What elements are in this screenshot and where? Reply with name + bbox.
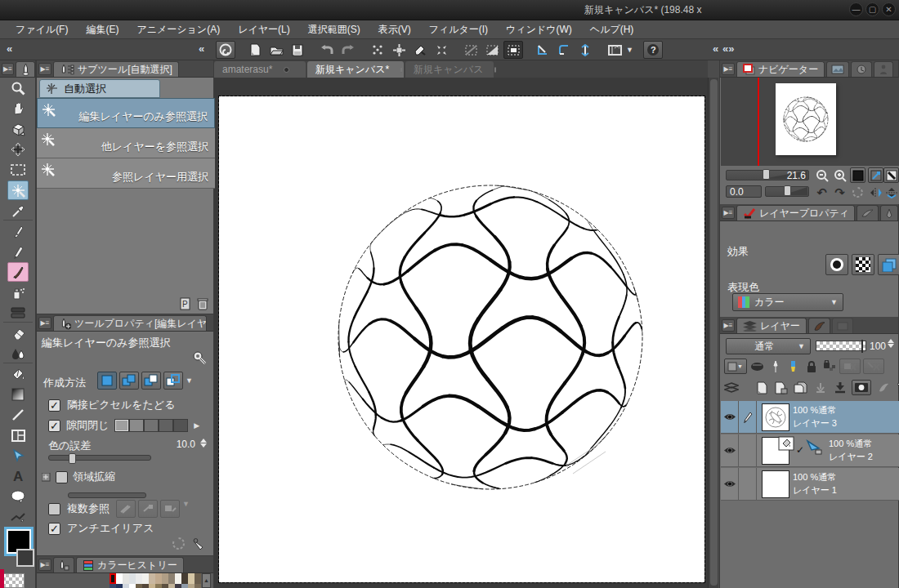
operation-tool[interactable] bbox=[7, 119, 29, 139]
balloon-tool[interactable] bbox=[7, 487, 29, 506]
layer-visibility-toggle[interactable] bbox=[721, 401, 739, 433]
canvas-vertical-scrollbar[interactable] bbox=[708, 78, 718, 588]
zoom-out-icon[interactable] bbox=[814, 167, 830, 183]
nav-zoom-slider[interactable]: 21.6 bbox=[726, 170, 809, 180]
quick-access-tab[interactable] bbox=[851, 61, 872, 77]
layerprop-tab[interactable]: レイヤープロパティ bbox=[736, 205, 855, 220]
flip-vertical-icon[interactable] bbox=[883, 185, 899, 200]
close-button[interactable]: ✕ bbox=[882, 2, 896, 16]
navigator-tab[interactable]: ナビゲーター bbox=[736, 61, 825, 77]
undo-icon[interactable] bbox=[317, 41, 337, 59]
color-swatch[interactable] bbox=[110, 584, 116, 588]
gap-close-levels[interactable] bbox=[114, 419, 188, 432]
draft-layer-icon[interactable] bbox=[749, 359, 765, 374]
auto-select-tool[interactable] bbox=[7, 180, 29, 200]
marquee-tool[interactable] bbox=[7, 160, 29, 180]
transform-icon[interactable] bbox=[432, 41, 451, 59]
layer-panel-menu-icon[interactable]: ▶≡ bbox=[722, 319, 735, 332]
ref-folder-icon[interactable] bbox=[160, 500, 180, 518]
reset-defaults-icon[interactable] bbox=[172, 537, 186, 550]
vector-width-icon[interactable] bbox=[575, 41, 595, 59]
object-tool[interactable] bbox=[7, 446, 29, 466]
actual-size-icon[interactable] bbox=[883, 167, 899, 183]
color-swatch[interactable] bbox=[149, 573, 155, 584]
multi-ref-dropdown-icon[interactable]: ▼ bbox=[182, 500, 190, 518]
color-swatch[interactable] bbox=[162, 584, 168, 588]
color-swatch[interactable] bbox=[123, 584, 129, 588]
move-layer-tool[interactable] bbox=[7, 140, 29, 159]
apply-mask-icon[interactable] bbox=[875, 380, 891, 395]
marker-pen-icon[interactable] bbox=[785, 359, 801, 374]
redo-icon[interactable] bbox=[338, 41, 358, 59]
workspace-layout-icon[interactable] bbox=[605, 41, 624, 59]
new-selection-button[interactable] bbox=[97, 372, 117, 390]
gap-level-4[interactable] bbox=[173, 419, 188, 432]
clip-at-layer-icon[interactable] bbox=[839, 359, 861, 374]
merge-down-icon[interactable] bbox=[832, 380, 848, 395]
color-margin-stepper[interactable] bbox=[200, 439, 207, 448]
subtool-item-0[interactable]: 編集レイヤーのみ参照選択 bbox=[37, 98, 215, 128]
toolprop-panel-tab[interactable]: ツールプロパティ[編集レイヤーのみ bbox=[53, 315, 207, 331]
pin-icon[interactable] bbox=[767, 359, 783, 374]
opacity-slider[interactable] bbox=[816, 341, 866, 351]
color-set-tab[interactable] bbox=[53, 557, 74, 572]
subtool-item-2[interactable]: 参照レイヤー用選択 bbox=[37, 158, 215, 189]
brush-detail-tab[interactable] bbox=[857, 205, 879, 220]
layer-row-0[interactable]: 100 %通常レイヤー 3 bbox=[721, 401, 899, 434]
navigator-preview[interactable] bbox=[721, 78, 899, 166]
selection-area-dropdown[interactable]: ▼ bbox=[724, 359, 747, 374]
menu-item-edit[interactable]: 編集(E) bbox=[77, 20, 127, 39]
eyedropper-tool[interactable] bbox=[7, 201, 29, 220]
color-swatch[interactable] bbox=[168, 573, 175, 584]
subtool-group-tab[interactable]: 自動選択 bbox=[39, 79, 160, 98]
menu-item-select[interactable]: 選択範囲(S) bbox=[299, 20, 369, 39]
animation-cels-tab[interactable] bbox=[832, 318, 853, 333]
antialias-checkbox[interactable]: ✓ bbox=[48, 523, 60, 535]
blend-tool[interactable] bbox=[7, 344, 29, 363]
transfer-down-icon[interactable] bbox=[812, 380, 828, 395]
color-swatch[interactable] bbox=[155, 573, 162, 584]
collapse-left-panel2-icon[interactable]: « bbox=[199, 39, 204, 59]
color-margin-value[interactable]: 10.0 bbox=[177, 439, 195, 450]
reset-rotation-icon[interactable] bbox=[850, 185, 865, 200]
toolbar-overflow-icon[interactable]: « bbox=[713, 39, 717, 59]
gap-close-checkbox[interactable]: ✓ bbox=[48, 420, 60, 432]
intersect-selection-button[interactable] bbox=[163, 372, 183, 390]
ruler-range-icon[interactable] bbox=[863, 359, 884, 374]
color-swatch[interactable] bbox=[110, 573, 116, 584]
subtool-panel-menu-icon[interactable]: ▶≡ bbox=[38, 63, 51, 75]
brush-tool[interactable] bbox=[7, 262, 29, 282]
tool-panel-tab[interactable] bbox=[16, 61, 35, 77]
show-as-list-icon[interactable]: P bbox=[179, 297, 192, 310]
pen-pressure-tab[interactable] bbox=[880, 205, 898, 220]
nav-rotation-value[interactable]: 0.0 bbox=[726, 185, 762, 198]
color-swatch[interactable] bbox=[116, 584, 123, 588]
colorhist-tab[interactable]: カラーヒストリー bbox=[76, 557, 184, 572]
transparent-color-swatch[interactable] bbox=[2, 573, 25, 588]
layer-color-effect-icon[interactable] bbox=[878, 254, 899, 275]
new-raster-layer-icon[interactable] bbox=[754, 380, 769, 395]
color-swatch[interactable] bbox=[142, 584, 149, 588]
menu-item-help[interactable]: ヘルプ(H) bbox=[581, 20, 643, 39]
minimize-button[interactable]: — bbox=[849, 2, 863, 16]
information-tab[interactable] bbox=[874, 61, 893, 77]
selection-border-icon[interactable] bbox=[503, 41, 523, 59]
opacity-stepper[interactable] bbox=[888, 339, 894, 348]
layer-edit-target[interactable] bbox=[739, 434, 757, 466]
figure-tool[interactable] bbox=[7, 405, 29, 425]
save-file-icon[interactable] bbox=[288, 41, 307, 59]
color-swatch[interactable] bbox=[155, 584, 162, 588]
airbrush-tool[interactable] bbox=[7, 283, 29, 302]
nav-rotate-slider[interactable] bbox=[765, 186, 809, 197]
background-color-swatch[interactable] bbox=[16, 549, 34, 567]
document-tab-1[interactable]: 新規キャンバス* bbox=[307, 61, 404, 78]
vector-corner-icon[interactable] bbox=[554, 41, 574, 59]
zoom-in-icon[interactable] bbox=[832, 167, 848, 183]
color-swatch[interactable] bbox=[195, 573, 201, 584]
flip-horizontal-icon[interactable] bbox=[868, 185, 883, 200]
pen-tool[interactable] bbox=[7, 221, 29, 241]
layer-visibility-toggle[interactable] bbox=[721, 468, 739, 500]
eraser-tool[interactable] bbox=[7, 323, 29, 343]
collapse-left-panel-icon[interactable]: « bbox=[7, 39, 12, 59]
lock-transparent-icon[interactable] bbox=[821, 359, 837, 374]
